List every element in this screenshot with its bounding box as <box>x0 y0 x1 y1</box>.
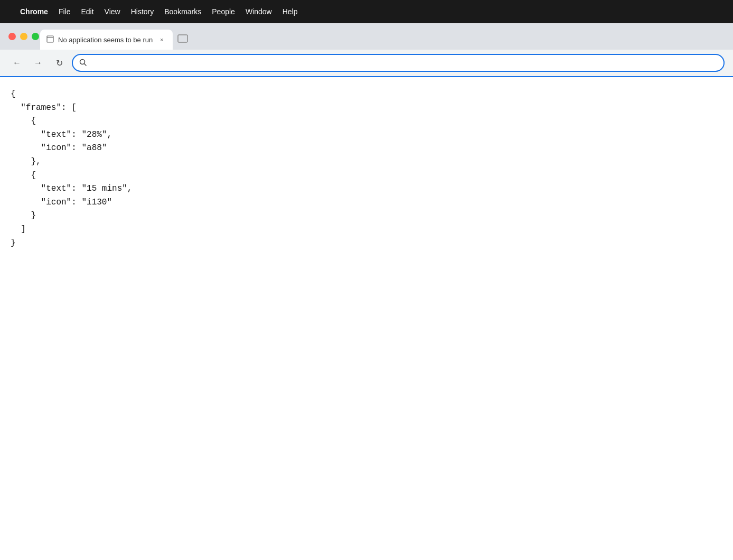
forward-button[interactable]: → <box>30 54 46 71</box>
json-content: { "frames": [ { "text": "28%", "icon": "… <box>11 88 722 250</box>
back-icon: ← <box>13 58 21 68</box>
reload-button[interactable]: ↻ <box>51 54 68 71</box>
forward-icon: → <box>34 58 42 68</box>
window-minimize-button[interactable] <box>20 33 27 40</box>
nav-bar: ← → ↻ <box>0 50 733 77</box>
menu-people[interactable]: People <box>206 5 240 18</box>
tab-title: No application seems to be run <box>58 36 153 44</box>
svg-rect-0 <box>47 36 53 42</box>
menu-edit[interactable]: Edit <box>76 5 99 18</box>
menu-chrome[interactable]: Chrome <box>15 5 53 18</box>
window-maximize-button[interactable] <box>32 33 39 40</box>
browser-tab[interactable]: No application seems to be run × <box>40 30 173 50</box>
menu-history[interactable]: History <box>126 5 159 18</box>
tab-bar: No application seems to be run × <box>0 23 733 50</box>
address-bar[interactable] <box>72 54 725 72</box>
svg-line-4 <box>84 63 87 66</box>
menu-bar: Chrome File Edit View History Bookmarks … <box>0 0 733 23</box>
search-icon <box>79 59 87 68</box>
menu-view[interactable]: View <box>99 5 126 18</box>
new-tab-button[interactable] <box>175 32 191 48</box>
reload-icon: ↻ <box>56 58 63 68</box>
back-button[interactable]: ← <box>8 54 25 71</box>
menu-help[interactable]: Help <box>277 5 303 18</box>
tab-close-button[interactable]: × <box>157 35 166 44</box>
svg-rect-2 <box>178 35 187 42</box>
content-area: { "frames": [ { "text": "28%", "icon": "… <box>0 77 733 560</box>
menu-bookmarks[interactable]: Bookmarks <box>159 5 206 18</box>
tab-page-icon <box>46 35 54 44</box>
menu-file[interactable]: File <box>53 5 76 18</box>
address-input[interactable] <box>90 59 717 68</box>
window-close-button[interactable] <box>8 33 16 40</box>
window-controls <box>8 33 39 40</box>
menu-window[interactable]: Window <box>240 5 277 18</box>
